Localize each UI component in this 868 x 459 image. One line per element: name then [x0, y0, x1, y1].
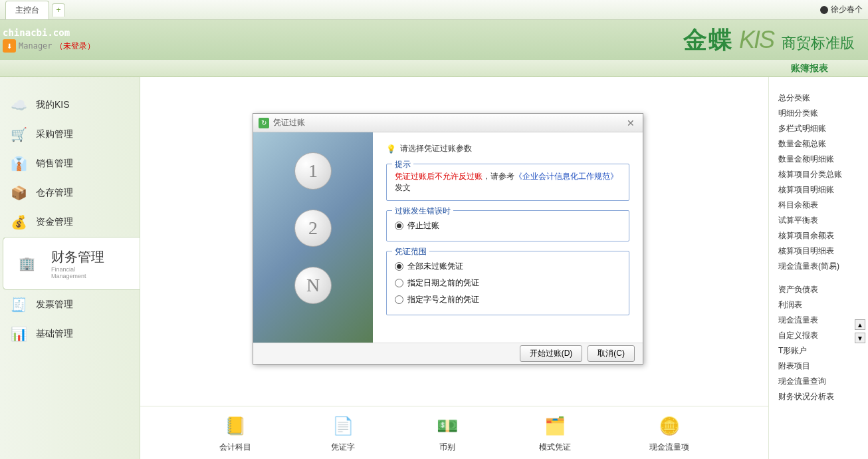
step-1-icon: 1: [294, 152, 332, 190]
radio-icon: [395, 222, 403, 230]
hint-warning: 凭证过账后不允许反过账: [395, 172, 483, 181]
radio-stop-posting[interactable]: 停止过账: [395, 218, 621, 234]
radio-label: 停止过账: [407, 220, 439, 231]
prompt-text: 请选择凭证过账参数: [400, 143, 472, 154]
scope-fieldset: 凭证范围 全部未过账凭证 指定日期之前的凭证 指定字号之前的凭证: [386, 251, 629, 315]
step-2-icon: 2: [294, 210, 332, 247]
dialog-form: 💡 请选择凭证过账参数 提示 凭证过账后不允许反过账，请参考《企业会计信息化工作…: [373, 132, 643, 343]
dialog-app-icon: ↻: [259, 118, 269, 128]
hint-fieldset: 提示 凭证过账后不允许反过账，请参考《企业会计信息化工作规范》 发文: [386, 164, 629, 201]
start-posting-button[interactable]: 开始过账(D): [520, 345, 583, 362]
radio-icon: [395, 262, 403, 271]
radio-icon: [395, 279, 403, 287]
dialog-title: 凭证过账: [273, 117, 305, 128]
dialog-steps-panel: 1 2 N: [253, 132, 373, 343]
dialog-overlay: ↻ 凭证过账 ✕ 1 2 N 💡 请选择凭证过账参数 提示 凭证过账后不允许反过…: [0, 0, 868, 459]
dialog-titlebar: ↻ 凭证过账 ✕: [253, 114, 643, 132]
step-n-icon: N: [294, 267, 332, 304]
lightbulb-icon: 💡: [386, 144, 396, 154]
error-legend: 过账发生错误时: [392, 206, 453, 217]
hint-link[interactable]: 《企业会计信息化工作规范》: [514, 172, 618, 181]
scope-legend: 凭证范围: [392, 246, 429, 257]
hint-end: 发文: [395, 183, 411, 192]
close-button[interactable]: ✕: [624, 116, 637, 130]
cancel-button[interactable]: 取消(C): [588, 345, 635, 362]
radio-label: 全部未过账凭证: [407, 261, 463, 272]
dialog-footer: 开始过账(D) 取消(C): [253, 343, 643, 364]
radio-all-unposted[interactable]: 全部未过账凭证: [395, 258, 621, 275]
hint-legend: 提示: [392, 159, 413, 170]
radio-before-number[interactable]: 指定字号之前的凭证: [395, 291, 621, 308]
error-fieldset: 过账发生错误时 停止过账: [386, 210, 629, 241]
radio-label: 指定字号之前的凭证: [407, 294, 479, 305]
hint-mid: ，请参考: [483, 172, 514, 181]
radio-label: 指定日期之前的凭证: [407, 277, 479, 289]
radio-icon: [395, 295, 403, 304]
voucher-post-dialog: ↻ 凭证过账 ✕ 1 2 N 💡 请选择凭证过账参数 提示 凭证过账后不允许反过…: [253, 113, 643, 365]
radio-before-date[interactable]: 指定日期之前的凭证: [395, 275, 621, 291]
dialog-prompt: 💡 请选择凭证过账参数: [386, 143, 629, 154]
